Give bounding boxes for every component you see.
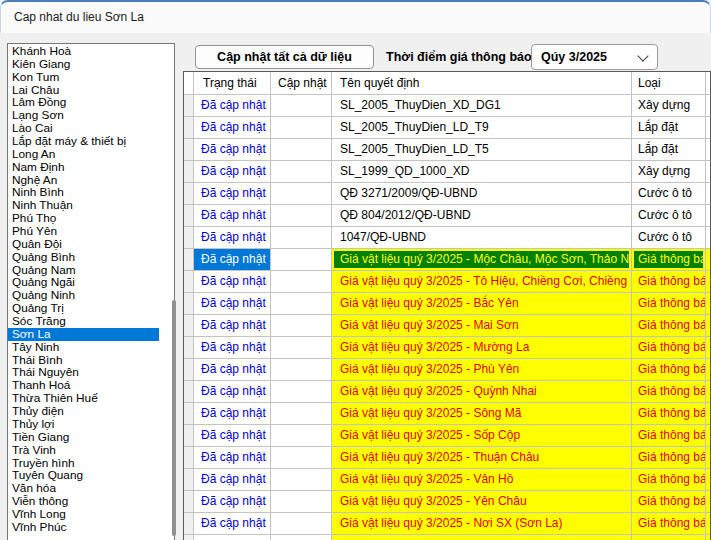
list-item[interactable]: Lâm Đồng: [8, 96, 159, 109]
decision-name-cell[interactable]: Giá vật liệu quý 3/2025 - Mai Sơn: [332, 315, 632, 337]
province-listbox[interactable]: Khánh HoàKiên GiangKon TumLai ChâuLâm Đồ…: [7, 43, 175, 540]
decision-name-cell[interactable]: Giá vật liệu quý 3/2025 - Thuận Châu: [332, 447, 632, 469]
table-row[interactable]: Đã cập nhật Giá vật liệu quý 3/2025 - Mư…: [184, 337, 710, 359]
update-cell[interactable]: [271, 491, 332, 513]
list-item[interactable]: Thanh Hoá: [8, 379, 159, 392]
table-row[interactable]: Đã cập nhật Giá vật liệu quý 3/2025 - Sô…: [184, 403, 710, 425]
update-cell[interactable]: [271, 227, 332, 249]
list-item[interactable]: Nam Định: [8, 161, 159, 174]
status-cell[interactable]: Đã cập nhật: [194, 403, 271, 425]
list-item[interactable]: Phú Thọ: [8, 212, 159, 225]
decision-name-cell[interactable]: Giá vật liệu quý 3/2025 - Vân Hồ: [332, 469, 632, 491]
list-item[interactable]: Thủy điện: [8, 405, 159, 418]
type-cell[interactable]: Giá thông báo: [632, 271, 706, 293]
list-item[interactable]: Vĩnh Long: [8, 508, 159, 521]
row-header-cell[interactable]: [184, 359, 194, 381]
type-cell[interactable]: Giá thông báo: [632, 337, 706, 359]
decision-name-cell[interactable]: Giá vật liệu quý 3/2025 - Yên Châu: [332, 491, 632, 513]
status-cell[interactable]: Đã cập nhật: [194, 139, 271, 161]
list-item[interactable]: Phú Yên: [8, 225, 159, 238]
decision-name-cell[interactable]: SL_2005_ThuyDien_LD_T5: [332, 139, 632, 161]
status-cell[interactable]: Đã cập nhật: [194, 293, 271, 315]
list-item[interactable]: Thủy lợi: [8, 418, 159, 431]
update-cell[interactable]: [271, 271, 332, 293]
list-item[interactable]: Thừa Thiên Huế: [8, 392, 159, 405]
status-cell[interactable]: Đã cập nhật: [194, 117, 271, 139]
type-cell[interactable]: Cước ô tô: [632, 205, 706, 227]
update-cell[interactable]: [271, 315, 332, 337]
update-all-button[interactable]: Cập nhật tất cả dữ liệu: [195, 45, 374, 69]
table-row[interactable]: Đã cập nhật Giá vật liệu quý 3/2025 - Th…: [184, 447, 710, 469]
list-item[interactable]: Quảng Ngãi: [8, 276, 159, 289]
update-cell[interactable]: [271, 249, 332, 271]
row-header-cell[interactable]: [184, 95, 194, 117]
status-cell[interactable]: Đã cập nhật: [194, 95, 271, 117]
row-header-cell[interactable]: [184, 249, 194, 271]
type-cell[interactable]: Giá thông báo: [632, 491, 706, 513]
type-cell[interactable]: Giá thông báo: [632, 249, 706, 271]
row-header-cell[interactable]: [184, 183, 194, 205]
update-cell[interactable]: [271, 183, 332, 205]
status-cell[interactable]: Đã cập nhật: [194, 381, 271, 403]
decision-name-cell[interactable]: Giá vật liệu quý 3/2025 - Sốp Cộp: [332, 425, 632, 447]
list-item[interactable]: Vĩnh Phúc: [8, 521, 159, 534]
list-item[interactable]: Thái Nguyên: [8, 366, 159, 379]
list-item[interactable]: Sơn La: [8, 328, 159, 341]
row-header-cell[interactable]: [184, 271, 194, 293]
row-header-cell[interactable]: [184, 535, 194, 540]
grid-header-update[interactable]: Cập nhật: [271, 72, 332, 95]
row-header-cell[interactable]: [184, 491, 194, 513]
type-cell[interactable]: [632, 535, 706, 540]
table-row[interactable]: [184, 535, 710, 540]
list-item[interactable]: Tuyên Quang: [8, 469, 159, 482]
grid-header-status[interactable]: Trạng thái: [194, 72, 271, 95]
status-cell[interactable]: Đã cập nhật: [194, 425, 271, 447]
table-row[interactable]: Đã cập nhật QĐ 804/2012/QĐ-UBND Cước ô t…: [184, 205, 710, 227]
type-cell[interactable]: Giá thông báo: [632, 315, 706, 337]
update-cell[interactable]: [271, 117, 332, 139]
list-item[interactable]: Kon Tum: [8, 71, 159, 84]
row-header-cell[interactable]: [184, 337, 194, 359]
status-cell[interactable]: Đã cập nhật: [194, 315, 271, 337]
status-cell[interactable]: Đã cập nhật: [194, 447, 271, 469]
type-cell[interactable]: Giá thông báo: [632, 403, 706, 425]
decision-name-cell[interactable]: SL_2005_ThuyDien_XD_DG1: [332, 95, 632, 117]
type-cell[interactable]: Giá thông báo: [632, 469, 706, 491]
table-row[interactable]: Đã cập nhật Giá vật liệu quý 3/2025 - Ma…: [184, 315, 710, 337]
status-cell[interactable]: Đã cập nhật: [194, 491, 271, 513]
type-cell[interactable]: Cước ô tô: [632, 227, 706, 249]
decision-name-cell[interactable]: Giá vật liệu quý 3/2025 - Nơi SX (Sơn La…: [332, 513, 632, 535]
list-item[interactable]: Thái Bình: [8, 354, 159, 367]
table-row[interactable]: Đã cập nhật Giá vật liệu quý 3/2025 - Số…: [184, 425, 710, 447]
update-cell[interactable]: [271, 403, 332, 425]
status-cell[interactable]: Đã cập nhật: [194, 359, 271, 381]
list-item[interactable]: Ninh Bình: [8, 186, 159, 199]
update-cell[interactable]: [271, 535, 332, 540]
update-cell[interactable]: [271, 205, 332, 227]
list-item[interactable]: Tây Ninh: [8, 341, 159, 354]
update-cell[interactable]: [271, 425, 332, 447]
update-cell[interactable]: [271, 95, 332, 117]
list-item[interactable]: Lai Châu: [8, 84, 159, 97]
status-cell[interactable]: [194, 535, 271, 540]
status-cell[interactable]: Đã cập nhật: [194, 161, 271, 183]
table-row[interactable]: Đã cập nhật Giá vật liệu quý 3/2025 - Tô…: [184, 271, 710, 293]
decisions-grid[interactable]: Trạng thái Cập nhật Tên quyết định Loại …: [183, 71, 711, 540]
period-combobox[interactable]: Qúy 3/2025: [531, 44, 658, 70]
row-header-cell[interactable]: [184, 381, 194, 403]
list-item[interactable]: Quảng Ninh: [8, 289, 159, 302]
row-header-cell[interactable]: [184, 425, 194, 447]
status-cell[interactable]: Đã cập nhật: [194, 205, 271, 227]
list-item[interactable]: Truyền hình: [8, 457, 159, 470]
row-header-cell[interactable]: [184, 469, 194, 491]
decision-name-cell[interactable]: QĐ 3271/2009/QĐ-UBND: [332, 183, 632, 205]
table-row[interactable]: Đã cập nhật SL_2005_ThuyDien_XD_DG1 Xây …: [184, 95, 710, 117]
table-row[interactable]: Đã cập nhật 1047/QĐ-UBND Cước ô tô: [184, 227, 710, 249]
row-header-cell[interactable]: [184, 315, 194, 337]
type-cell[interactable]: Lắp đặt: [632, 117, 706, 139]
list-item[interactable]: Viễn thông: [8, 495, 159, 508]
decision-name-cell[interactable]: SL_1999_QD_1000_XD: [332, 161, 632, 183]
grid-header-name[interactable]: Tên quyết định: [332, 72, 632, 95]
type-cell[interactable]: Xây dựng: [632, 161, 706, 183]
table-row[interactable]: Đã cập nhật Giá vật liệu quý 3/2025 - Ph…: [184, 359, 710, 381]
